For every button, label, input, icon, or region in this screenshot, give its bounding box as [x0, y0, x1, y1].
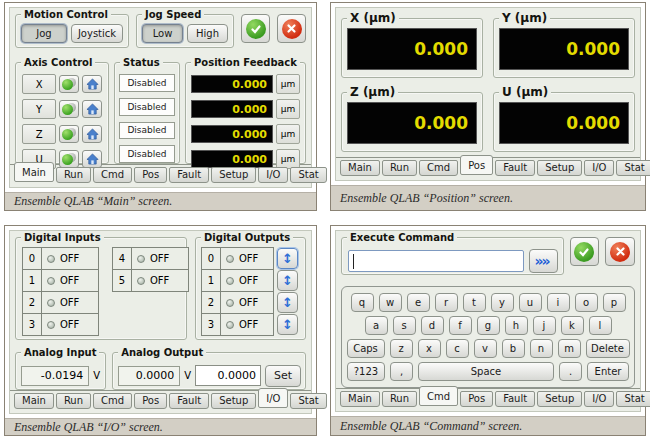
tab-pos[interactable]: Pos	[134, 167, 167, 183]
key-comma[interactable]: ,	[390, 362, 413, 381]
tab-stat[interactable]: Stat	[616, 160, 650, 176]
output-toggle-button[interactable]: ↕	[277, 314, 298, 335]
key-d[interactable]: d	[421, 316, 444, 335]
tab-main[interactable]: Main	[14, 393, 54, 409]
digital-inputs-table-right: 4 OFF 5 OFF	[112, 248, 189, 292]
key-z[interactable]: z	[390, 339, 413, 358]
joystick-button[interactable]: Joystick	[71, 24, 123, 43]
output-toggle-button[interactable]: ↕	[277, 270, 298, 291]
confirm-button[interactable]	[570, 237, 600, 266]
tab-fault[interactable]: Fault	[495, 391, 535, 407]
analog-output-input[interactable]	[195, 365, 261, 386]
keyboard-row-4: ?123 , Space . Enter	[347, 362, 629, 381]
tab-io[interactable]: I/O	[584, 391, 614, 407]
figure-caption: Ensemble QLAB “Main” screen.	[5, 192, 316, 210]
tab-run[interactable]: Run	[382, 391, 417, 407]
jog-button[interactable]: Jog	[21, 24, 67, 43]
key-delete[interactable]: Delete	[586, 339, 630, 358]
tab-main[interactable]: Main	[14, 162, 54, 182]
key-period[interactable]: .	[559, 362, 582, 381]
tab-cmd[interactable]: Cmd	[419, 160, 458, 176]
key-c[interactable]: c	[446, 339, 469, 358]
key-g[interactable]: g	[477, 316, 500, 335]
key-y[interactable]: y	[491, 293, 514, 312]
axis-enable-button[interactable]	[59, 75, 79, 93]
axis-home-button[interactable]	[82, 125, 102, 143]
key-x[interactable]: x	[418, 339, 441, 358]
key-symbols[interactable]: ?123	[347, 362, 385, 381]
tab-pos[interactable]: Pos	[460, 391, 493, 407]
tab-pos[interactable]: Pos	[134, 393, 167, 409]
key-w[interactable]: w	[379, 293, 402, 312]
send-command-button[interactable]: »»	[529, 249, 558, 273]
tab-fault[interactable]: Fault	[169, 393, 209, 409]
key-p[interactable]: p	[603, 293, 626, 312]
key-h[interactable]: h	[505, 316, 528, 335]
tab-stat[interactable]: Stat	[290, 393, 326, 409]
key-l[interactable]: l	[589, 316, 612, 335]
key-j[interactable]: j	[533, 316, 556, 335]
key-f[interactable]: f	[449, 316, 472, 335]
main-panel: Motion Control Jog Joystick Jog Speed Lo…	[9, 7, 312, 188]
key-enter[interactable]: Enter	[587, 362, 629, 381]
key-i[interactable]: i	[547, 293, 570, 312]
cancel-button[interactable]	[605, 237, 635, 266]
high-speed-button[interactable]: High	[187, 24, 228, 43]
key-o[interactable]: o	[575, 293, 598, 312]
channel-number: 2	[22, 291, 42, 314]
key-e[interactable]: e	[407, 293, 430, 312]
axis-enable-button[interactable]	[59, 125, 79, 143]
output-toggle-button[interactable]: ↕	[277, 292, 298, 313]
tab-main[interactable]: Main	[340, 160, 380, 176]
key-q[interactable]: q	[351, 293, 374, 312]
key-a[interactable]: a	[365, 316, 388, 335]
tab-setup[interactable]: Setup	[211, 393, 256, 409]
led-dot-icon	[137, 255, 145, 263]
output-toggle-button[interactable]: ↕	[277, 248, 298, 269]
axis-enable-button[interactable]	[59, 100, 79, 118]
key-b[interactable]: b	[502, 339, 525, 358]
tab-run[interactable]: Run	[382, 160, 417, 176]
confirm-button[interactable]	[241, 14, 270, 43]
digital-outputs-group: Digital Outputs 0 OFF ↕ 1 OFF ↕ 2 OFF	[195, 237, 306, 340]
tab-stat[interactable]: Stat	[290, 167, 326, 183]
set-button[interactable]: Set	[265, 365, 301, 387]
command-input[interactable]	[349, 251, 523, 271]
axis-home-button[interactable]	[82, 75, 102, 93]
tab-setup[interactable]: Setup	[537, 160, 582, 176]
tab-stat[interactable]: Stat	[616, 391, 650, 407]
digital-inputs-group: Digital Inputs 0 OFF 1 OFF 2 OFF	[15, 237, 187, 340]
key-n[interactable]: n	[530, 339, 553, 358]
tab-setup[interactable]: Setup	[537, 391, 582, 407]
axis-enable-button[interactable]	[59, 150, 79, 168]
axis-home-button[interactable]	[82, 100, 102, 118]
key-space[interactable]: Space	[418, 362, 554, 381]
key-m[interactable]: m	[558, 339, 581, 358]
tab-setup[interactable]: Setup	[211, 167, 256, 183]
tab-main[interactable]: Main	[340, 391, 380, 407]
tab-io[interactable]: I/O	[258, 388, 288, 408]
cancel-button[interactable]	[277, 14, 306, 43]
key-v[interactable]: v	[474, 339, 497, 358]
tab-fault[interactable]: Fault	[169, 167, 209, 183]
key-k[interactable]: k	[561, 316, 584, 335]
tab-fault[interactable]: Fault	[495, 160, 535, 176]
state-text: OFF	[150, 253, 169, 264]
tab-cmd[interactable]: Cmd	[419, 386, 458, 406]
tab-io[interactable]: I/O	[258, 167, 288, 183]
key-s[interactable]: s	[393, 316, 416, 335]
key-t[interactable]: t	[463, 293, 486, 312]
tab-cmd[interactable]: Cmd	[93, 167, 132, 183]
low-speed-button[interactable]: Low	[142, 24, 183, 43]
state-text: OFF	[60, 319, 79, 330]
key-u[interactable]: u	[519, 293, 542, 312]
execute-command-label: Execute Command	[347, 231, 457, 244]
key-r[interactable]: r	[435, 293, 458, 312]
key-caps[interactable]: Caps	[347, 339, 385, 358]
axis-home-button[interactable]	[82, 150, 102, 168]
tab-io[interactable]: I/O	[584, 160, 614, 176]
tab-cmd[interactable]: Cmd	[93, 393, 132, 409]
tab-pos[interactable]: Pos	[460, 155, 493, 175]
tab-run[interactable]: Run	[56, 393, 91, 409]
tab-run[interactable]: Run	[56, 167, 91, 183]
